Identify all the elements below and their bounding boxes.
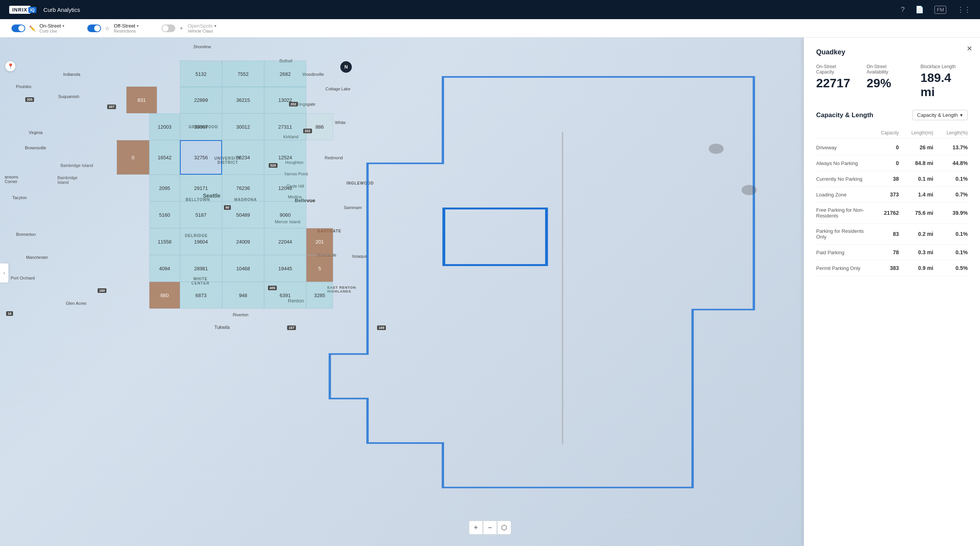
layers-button[interactable]: ⬡ xyxy=(497,521,511,535)
section-title: Capacity & Length xyxy=(816,111,873,119)
col-capacity-header: Capacity xyxy=(864,130,899,136)
off-street-icon: ☆ xyxy=(105,25,110,31)
chevron-right-icon: › xyxy=(3,270,5,276)
quadkey-cell-30012[interactable]: 30012 xyxy=(222,113,264,140)
row-type-1: Always No Parking xyxy=(816,160,864,166)
open-spots-label: OpenSpots xyxy=(188,23,212,29)
route-169: 169 xyxy=(377,325,386,330)
header-left: INRIXIQ Curb Analytics xyxy=(9,6,80,13)
table-row: Always No Parking 0 84.8 mi 44.8% xyxy=(816,155,968,171)
quadkey-cell-5[interactable]: 5 xyxy=(306,255,333,282)
on-street-text: On-Street ▾ Curb Use xyxy=(39,23,64,33)
quadkey-cell-12003[interactable]: 12003 xyxy=(149,113,180,140)
grid-icon[interactable]: ⋮⋮ xyxy=(957,5,971,14)
availability-stat: On-Street Availability 29% xyxy=(867,64,908,99)
help-icon[interactable]: ? xyxy=(901,6,905,14)
quadkey-cell-886[interactable]: 886 xyxy=(306,113,333,140)
quadkey-cell-5132[interactable]: 5132 xyxy=(180,60,222,87)
indianola-label: Indianola xyxy=(63,72,80,77)
quadkey-cell-19604[interactable]: 19604 xyxy=(180,228,222,255)
svg-point-3 xyxy=(709,144,724,154)
logo-text: INRIX xyxy=(9,6,31,14)
row-capacity-4: 21762 xyxy=(864,210,899,216)
panel-close-button[interactable]: ✕ xyxy=(967,44,972,53)
route-307: 307 xyxy=(107,105,116,109)
row-length-mi-2: 0.1 mi xyxy=(899,176,933,182)
quadkey-cell-11558[interactable]: 11558 xyxy=(149,228,180,255)
on-street-toggle[interactable] xyxy=(11,25,25,32)
quadkey-cell-3285[interactable]: 3285 xyxy=(306,282,333,309)
quadkey-cell-19445[interactable]: 19445 xyxy=(264,255,306,282)
quadkey-cell-12524[interactable]: 12524 xyxy=(264,140,306,175)
row-length-pct-4: 39.9% xyxy=(933,210,968,216)
route-202b: 202 xyxy=(303,129,312,133)
location-pin[interactable]: 📍 xyxy=(5,61,15,71)
quadkey-cell-9060[interactable]: 9060 xyxy=(264,201,306,228)
row-length-pct-7: 0.5% xyxy=(933,265,968,271)
quadkey-cell-6873[interactable]: 6873 xyxy=(180,282,222,309)
iq-badge: IQ xyxy=(28,7,37,13)
row-capacity-3: 373 xyxy=(864,191,899,198)
table-row: Permit Parking Only 383 0.9 mi 0.5% xyxy=(816,260,968,276)
quadkey-cell-24009[interactable]: 24009 xyxy=(222,228,264,255)
quadkey-cell-36215[interactable]: 36215 xyxy=(222,87,264,113)
quadkey-cell-76236[interactable]: 76236 xyxy=(222,175,264,201)
capacity-length-dropdown[interactable]: Capacity & Length ▾ xyxy=(912,110,968,120)
col-length-pct-header: Length(%) xyxy=(933,130,968,136)
row-length-pct-5: 0.1% xyxy=(933,231,968,237)
quadkey-cell-2682[interactable]: 2682 xyxy=(264,60,306,87)
zoom-out-button[interactable]: − xyxy=(483,521,497,535)
route-202: 202 xyxy=(289,102,298,106)
quadkey-cell-16542[interactable]: 16542 xyxy=(149,140,180,175)
row-length-mi-7: 0.9 mi xyxy=(899,265,933,271)
stats-row: On-Street Capacity 22717 On-Street Avail… xyxy=(816,64,968,99)
quadkey-cell-5160[interactable]: 5160 xyxy=(149,201,180,228)
document-icon[interactable]: 📄 xyxy=(915,5,924,14)
off-street-sublabel: Restrictions xyxy=(114,29,139,33)
row-length-pct-1: 44.8% xyxy=(933,160,968,166)
quadkey-cell-12048[interactable]: 12048 xyxy=(264,175,306,201)
sidebar-toggle[interactable]: › xyxy=(0,263,8,283)
zoom-in-button[interactable]: + xyxy=(469,521,483,535)
quadkey-cell-28981[interactable]: 28981 xyxy=(180,255,222,282)
glen-acres-label: Glen Acres xyxy=(66,301,87,306)
quadkey-cell-0[interactable]: 0 xyxy=(117,140,149,175)
off-street-toggle-item: ☆ Off-Street ▾ Restrictions xyxy=(87,23,139,33)
quadkey-cell-29171[interactable]: 29171 xyxy=(180,175,222,201)
row-capacity-6: 78 xyxy=(864,249,899,255)
quadkey-cell-948[interactable]: 948 xyxy=(222,282,264,309)
quadkey-cell-36234[interactable]: 36234 xyxy=(222,140,264,175)
off-street-label: Off-Street xyxy=(114,23,135,29)
quadkey-cell-27311[interactable]: 27311 xyxy=(264,113,306,140)
bainbridge-island-label: Bainbridge Island xyxy=(60,163,93,168)
open-spots-label-row: OpenSpots ▾ xyxy=(188,23,216,29)
quadkey-cell-7552[interactable]: 7552 xyxy=(222,60,264,87)
col-length-mi-header: Length(mi) xyxy=(899,130,933,136)
quadkey-cell-201[interactable]: 201 xyxy=(306,228,333,255)
quadkey-cell-10468[interactable]: 10468 xyxy=(222,255,264,282)
quadkey-cell-660[interactable]: 660 xyxy=(149,282,180,309)
quadkey-cell-32756[interactable]: 32756 xyxy=(180,140,222,175)
fm-icon[interactable]: FM xyxy=(934,6,946,14)
quadkey-cell-22899[interactable]: 22899 xyxy=(180,87,222,113)
ansons-corner-label: ansonsCorner xyxy=(5,175,18,184)
open-spots-toggle[interactable] xyxy=(162,25,175,32)
row-length-pct-3: 0.7% xyxy=(933,191,968,198)
quadkey-cell-831[interactable]: 831 xyxy=(126,87,157,113)
off-street-toggle[interactable] xyxy=(87,25,101,32)
quadkey-cell-13022[interactable]: 13022 xyxy=(264,87,306,113)
quadkey-cell-5187[interactable]: 5187 xyxy=(180,201,222,228)
quadkey-cell-4094[interactable]: 4094 xyxy=(149,255,180,282)
row-length-mi-3: 1.4 mi xyxy=(899,191,933,198)
bremerton-label: Bremerton xyxy=(16,232,36,237)
quadkey-cell-38667[interactable]: 38667 xyxy=(180,113,222,140)
map-controls: + − ⬡ xyxy=(469,521,511,535)
panel-title: Quadkey xyxy=(816,48,968,56)
quadkey-cell-22044[interactable]: 22044 xyxy=(264,228,306,255)
on-street-icon: ✏️ xyxy=(29,25,36,31)
table-header: Capacity Length(mi) Length(%) xyxy=(816,128,968,138)
svg-point-4 xyxy=(742,185,756,195)
quadkey-cell-2095[interactable]: 2095 xyxy=(149,175,180,201)
row-type-5: Parking for Residents Only xyxy=(816,228,864,240)
route-520: 520 xyxy=(269,163,278,168)
